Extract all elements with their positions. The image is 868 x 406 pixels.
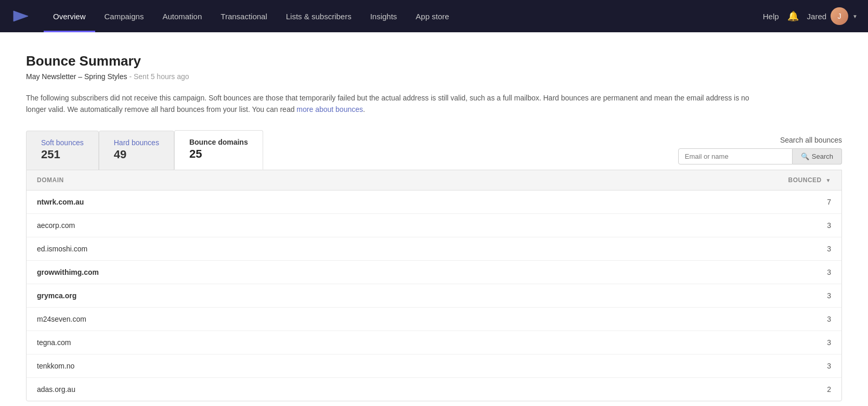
table-row: tegna.com3: [27, 331, 841, 354]
search-area: Search all bounces 🔍 Search: [678, 136, 842, 170]
column-header-bounced[interactable]: Bounced ▼: [487, 170, 841, 191]
table-row: ntwrk.com.au7: [27, 190, 841, 213]
nav-insights[interactable]: Insights: [361, 0, 407, 32]
table-row: ed.ismoshi.com3: [27, 237, 841, 260]
cell-domain: tenkkom.no: [27, 354, 487, 377]
bounce-description: The following subscribers did not receiv…: [26, 92, 754, 116]
tab-bounce-domains[interactable]: Bounce domains 25: [174, 130, 263, 170]
avatar: J: [831, 7, 848, 25]
tab-soft-bounces[interactable]: Soft bounces 251: [26, 131, 99, 170]
nav-logo[interactable]: [10, 6, 31, 27]
nav-app-store[interactable]: App store: [406, 0, 458, 32]
cell-domain: tegna.com: [27, 331, 487, 354]
cell-domain: aecorp.com: [27, 213, 487, 237]
sort-descending-icon: ▼: [826, 177, 831, 183]
cell-bounced: 3: [487, 307, 841, 331]
table-row: tenkkom.no3: [27, 354, 841, 377]
cell-domain: grymca.org: [27, 284, 487, 307]
tab-hard-bounces[interactable]: Hard bounces 49: [99, 131, 174, 170]
nav-links: Overview Campaigns Automation Transactio…: [44, 0, 763, 32]
table-row: grymca.org3: [27, 284, 841, 307]
help-link[interactable]: Help: [763, 12, 779, 21]
user-menu[interactable]: Jared J ▼: [807, 7, 858, 25]
chevron-down-icon: ▼: [852, 14, 858, 19]
search-input[interactable]: [678, 148, 793, 164]
table-row: aecorp.com3: [27, 213, 841, 237]
page-subtitle: May Newsletter – Spring Styles - Sent 5 …: [26, 72, 842, 81]
cell-domain: growwithimg.com: [27, 260, 487, 284]
main-content: Bounce Summary May Newsletter – Spring S…: [0, 32, 868, 406]
nav-lists-subscribers[interactable]: Lists & subscribers: [277, 0, 361, 32]
bounce-domains-table: Domain Bounced ▼ ntwrk.com.au7aecorp.com…: [27, 170, 841, 401]
search-row: 🔍 Search: [678, 148, 842, 164]
cell-bounced: 3: [487, 213, 841, 237]
tabs-and-search: Soft bounces 251 Hard bounces 49 Bounce …: [26, 130, 842, 170]
bounce-domains-table-container: Domain Bounced ▼ ntwrk.com.au7aecorp.com…: [26, 170, 842, 401]
tabs: Soft bounces 251 Hard bounces 49 Bounce …: [26, 130, 263, 170]
table-row: growwithimg.com3: [27, 260, 841, 284]
cell-bounced: 3: [487, 331, 841, 354]
cell-domain: ntwrk.com.au: [27, 190, 487, 213]
search-icon: 🔍: [801, 153, 809, 160]
page-title: Bounce Summary: [26, 53, 842, 69]
nav-automation[interactable]: Automation: [153, 0, 211, 32]
nav-right: Help 🔔 Jared J ▼: [763, 7, 858, 25]
cell-bounced: 3: [487, 284, 841, 307]
notification-bell-icon[interactable]: 🔔: [787, 10, 799, 22]
nav-campaigns[interactable]: Campaigns: [95, 0, 153, 32]
nav-transactional[interactable]: Transactional: [211, 0, 277, 32]
sent-time: - Sent 5 hours ago: [129, 72, 189, 81]
more-about-bounces-link[interactable]: more about bounces: [296, 105, 363, 113]
navbar: Overview Campaigns Automation Transactio…: [0, 0, 868, 32]
cell-bounced: 3: [487, 237, 841, 260]
table-row: m24seven.com3: [27, 307, 841, 331]
campaign-name: May Newsletter – Spring Styles: [26, 72, 127, 81]
column-header-domain: Domain: [27, 170, 487, 191]
cell-bounced: 2: [487, 377, 841, 401]
search-label: Search all bounces: [780, 136, 842, 144]
table-row: adas.org.au2: [27, 377, 841, 401]
search-button[interactable]: 🔍 Search: [793, 148, 842, 164]
nav-overview[interactable]: Overview: [44, 0, 95, 32]
cell-domain: m24seven.com: [27, 307, 487, 331]
cell-bounced: 3: [487, 260, 841, 284]
user-name: Jared: [807, 12, 827, 21]
cell-domain: ed.ismoshi.com: [27, 237, 487, 260]
cell-bounced: 7: [487, 190, 841, 213]
cell-bounced: 3: [487, 354, 841, 377]
cell-domain: adas.org.au: [27, 377, 487, 401]
